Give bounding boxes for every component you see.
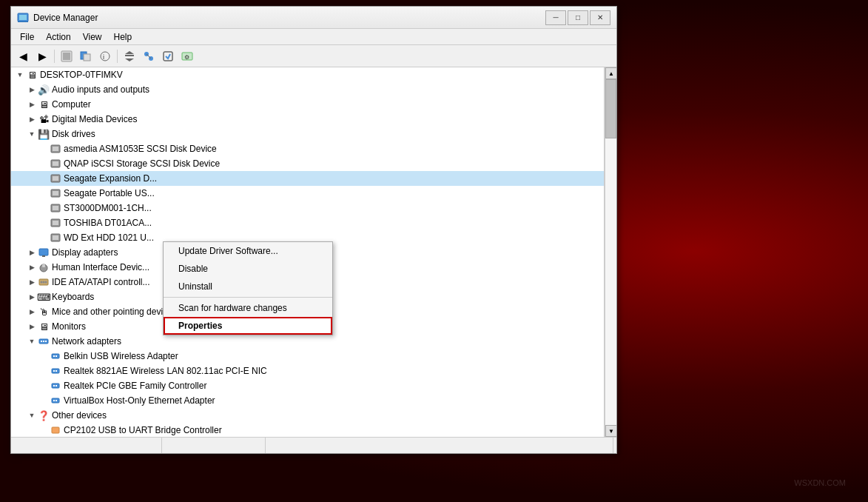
menu-file[interactable]: File (14, 30, 40, 44)
tree-item-vbox[interactable]: VirtualBox Host-Only Ethernet Adapter (11, 393, 604, 408)
content-area: ▼ 🖥 DESKTOP-0TFIMKV ▶ 🔊 Audio inputs and… (11, 67, 616, 437)
tree-item-realtek-wifi[interactable]: Realtek 8821AE Wireless LAN 802.11ac PCI… (11, 364, 604, 378)
toolbar-btn-4[interactable] (121, 47, 138, 65)
tree-item-seagate-exp[interactable]: Seagate Expansion D... (11, 171, 604, 186)
svg-rect-55 (55, 400, 57, 401)
tree-panel[interactable]: ▼ 🖥 DESKTOP-0TFIMKV ▶ 🔊 Audio inputs and… (11, 67, 605, 437)
ctx-scan[interactable]: Scan for hardware changes (164, 299, 332, 317)
display-icon (38, 247, 50, 258)
toolbar-btn-5[interactable] (140, 47, 158, 65)
ctx-sep-1 (164, 297, 332, 298)
expand-other[interactable]: ▼ (26, 409, 38, 421)
close-button[interactable]: ✕ (590, 10, 610, 25)
st3000-label: ST3000DM001-1CH... (64, 203, 152, 213)
seagate-exp-label: Seagate Expansion D... (64, 173, 157, 184)
tree-item-audio[interactable]: ▶ 🔊 Audio inputs and outputs (11, 82, 604, 97)
spacer-12 (38, 424, 50, 436)
svg-rect-35 (42, 264, 45, 267)
svg-rect-48 (53, 370, 55, 372)
context-menu: Update Driver Software... Disable Uninst… (163, 241, 333, 335)
tree-item-st3000[interactable]: ST3000DM001-1CH... (11, 201, 604, 215)
cp2102-1-label: CP2102 USB to UART Bridge Controller (64, 425, 222, 435)
spacer-2 (38, 158, 50, 170)
ctx-uninstall[interactable]: Uninstall (164, 278, 332, 295)
tree-item-qnap[interactable]: QNAP iSCSI Storage SCSI Disk Device (11, 156, 604, 171)
expand-disk[interactable]: ▼ (26, 128, 38, 140)
network-label: Network adapters (52, 336, 121, 347)
ctx-update[interactable]: Update Driver Software... (164, 242, 332, 260)
minimize-button[interactable]: ─ (545, 10, 566, 25)
toolbar-forward[interactable]: ▶ (33, 47, 51, 65)
keyboards-icon: ⌨ (38, 291, 50, 303)
tree-item-seagate-port[interactable]: Seagate Portable US... (11, 186, 604, 201)
svg-rect-4 (63, 53, 70, 60)
belkin-label: Belkin USB Wireless Adapter (64, 351, 178, 361)
audio-label: Audio inputs and outputs (52, 84, 149, 95)
tree-item-network[interactable]: ▼ Network adapters (11, 334, 604, 349)
scroll-down-btn[interactable]: ▼ (605, 425, 616, 437)
toolbar-sep-2 (117, 50, 118, 63)
tree-item-digital[interactable]: ▶ 📽 Digital Media Devices (11, 112, 604, 127)
toolbar-btn-6[interactable] (159, 47, 177, 65)
tree-root[interactable]: ▼ 🖥 DESKTOP-0TFIMKV (11, 67, 604, 82)
tree-item-asmedia[interactable]: asmedia ASM1053E SCSI Disk Device (11, 141, 604, 156)
expand-root[interactable]: ▼ (14, 69, 26, 81)
svg-rect-25 (53, 191, 58, 195)
cp2102-1-icon (50, 424, 61, 436)
tree-item-disk[interactable]: ▼ 💾 Disk drives (11, 127, 604, 141)
toolbar-btn-7[interactable]: ⚙ (178, 47, 196, 65)
scrollbar-thumb[interactable] (605, 79, 616, 138)
svg-rect-2 (18, 21, 28, 22)
svg-rect-45 (53, 355, 55, 357)
toolbar-btn-3[interactable]: i (96, 47, 114, 65)
tree-item-other[interactable]: ▼ ❓ Other devices (11, 408, 604, 423)
expand-audio[interactable]: ▶ (26, 84, 38, 96)
scrollbar-track[interactable] (605, 79, 616, 425)
spacer-5 (38, 202, 50, 214)
monitors-label: Monitors (52, 321, 86, 332)
hid-icon (38, 261, 50, 273)
svg-rect-31 (53, 235, 58, 240)
expand-ide[interactable]: ▶ (26, 276, 38, 288)
expand-computer[interactable]: ▶ (26, 98, 38, 110)
tree-item-realtek-eth[interactable]: Realtek PCIe GBE Family Controller (11, 378, 604, 393)
tree-item-cp2102-1[interactable]: CP2102 USB to UART Bridge Controller (11, 423, 604, 437)
menu-view[interactable]: View (77, 30, 108, 44)
scrollbar[interactable]: ▲ ▼ (605, 67, 616, 437)
expand-hid[interactable]: ▶ (26, 261, 38, 273)
toolbar-btn-1[interactable] (58, 47, 75, 65)
toolbar-btn-2[interactable] (77, 47, 95, 65)
realtek-eth-icon (50, 380, 61, 392)
tree-item-belkin[interactable]: Belkin USB Wireless Adapter (11, 349, 604, 364)
expand-network[interactable]: ▼ (26, 335, 38, 347)
digital-icon: 📽 (38, 113, 50, 125)
tree-item-toshiba[interactable]: TOSHIBA DT01ACA... (11, 215, 604, 230)
svg-rect-32 (39, 249, 48, 255)
scroll-up-btn[interactable]: ▲ (605, 67, 616, 79)
spacer-9 (38, 365, 50, 377)
expand-mice[interactable]: ▶ (26, 306, 38, 318)
seagate-exp-icon (50, 173, 61, 184)
menu-action[interactable]: Action (40, 30, 76, 44)
maximize-button[interactable]: □ (568, 10, 588, 25)
expand-display[interactable]: ▶ (26, 247, 38, 258)
vbox-label: VirtualBox Host-Only Ethernet Adapter (64, 395, 215, 406)
svg-rect-41 (41, 341, 42, 342)
menu-help[interactable]: Help (108, 30, 138, 44)
svg-rect-56 (52, 427, 59, 433)
status-seg-2 (162, 438, 266, 453)
toshiba-icon (50, 217, 61, 229)
computer-icon: 🖥 (26, 69, 38, 81)
toolbar-back[interactable]: ◀ (14, 47, 32, 65)
tree-item-computer[interactable]: ▶ 🖥 Computer (11, 97, 604, 112)
svg-text:⚙: ⚙ (184, 54, 189, 61)
monitors-icon: 🖥 (38, 321, 50, 332)
spacer-8 (38, 350, 50, 362)
disk-icon: 💾 (38, 128, 50, 140)
ctx-disable[interactable]: Disable (164, 260, 332, 278)
ctx-properties[interactable]: Properties (164, 317, 332, 335)
display-label: Display adapters (52, 247, 118, 258)
svg-point-38 (43, 281, 45, 284)
expand-digital[interactable]: ▶ (26, 113, 38, 125)
expand-monitors[interactable]: ▶ (26, 321, 38, 332)
